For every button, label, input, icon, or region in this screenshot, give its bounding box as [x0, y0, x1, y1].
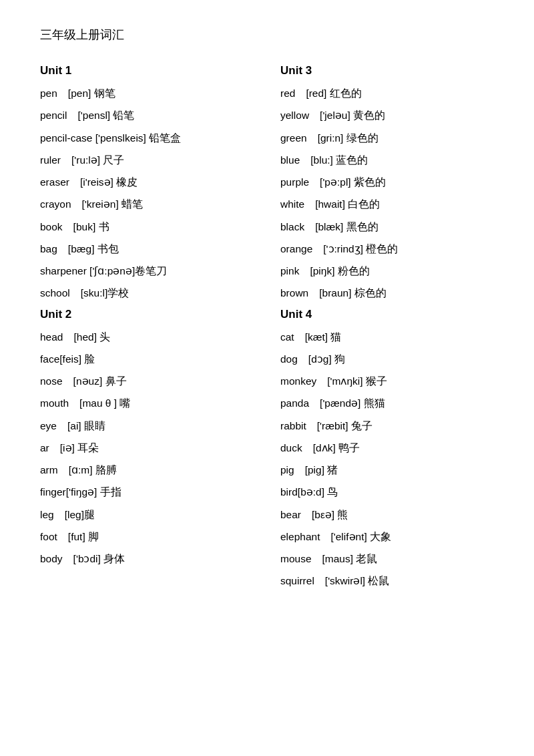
- vocab-item: face[feis] 脸: [40, 351, 254, 367]
- vocab-item: bird[bə:d] 鸟: [280, 484, 494, 500]
- vocab-item: white [hwait] 白色的: [280, 196, 494, 212]
- left-column: Unit 1pen [pen] 钢笔pencil ['pensl] 铅笔penc…: [40, 59, 254, 596]
- vocab-item: eye [ai] 眼睛: [40, 418, 254, 433]
- vocab-item: arm [ɑ:m] 胳膊: [40, 462, 254, 478]
- vocab-item: crayon ['kreiən] 蜡笔: [40, 196, 254, 212]
- vocab-item: yellow ['jeləu] 黄色的: [280, 108, 494, 123]
- vocab-item: black [blæk] 黑色的: [280, 219, 494, 234]
- unit-title: Unit 4: [280, 308, 494, 321]
- unit-title: Unit 1: [40, 64, 254, 77]
- vocab-item: book [buk] 书: [40, 219, 254, 234]
- vocab-item: squirrel ['skwirəl] 松鼠: [280, 573, 494, 588]
- vocab-item: elephant ['elifənt] 大象: [280, 529, 494, 544]
- vocab-item: head [hed] 头: [40, 329, 254, 345]
- vocab-item: ruler ['ru:lə] 尺子: [40, 152, 254, 168]
- vocab-item: bag [bæg] 书包: [40, 241, 254, 256]
- unit-title: Unit 2: [40, 308, 254, 321]
- vocab-item: panda ['pændə] 熊猫: [280, 395, 494, 411]
- vocab-item: school [sku:l]学校: [40, 285, 254, 301]
- vocab-item: rabbit ['ræbit] 兔子: [280, 418, 494, 433]
- unit-title: Unit 3: [280, 64, 494, 77]
- vocab-item: pink [piŋk] 粉色的: [280, 263, 494, 278]
- vocab-item: pencil-case ['penslkeis] 铅笔盒: [40, 130, 254, 146]
- content-grid: Unit 1pen [pen] 钢笔pencil ['pensl] 铅笔penc…: [40, 59, 494, 596]
- vocab-item: cat [kæt] 猫: [280, 329, 494, 345]
- vocab-item: brown [braun] 棕色的: [280, 285, 494, 301]
- vocab-item: leg [leg]腿: [40, 507, 254, 522]
- vocab-item: pencil ['pensl] 铅笔: [40, 108, 254, 123]
- vocab-item: pig [pig] 猪: [280, 462, 494, 478]
- vocab-item: purple ['pə:pl] 紫色的: [280, 174, 494, 190]
- vocab-item: red [red] 红色的: [280, 85, 494, 101]
- vocab-item: eraser [i'reisə] 橡皮: [40, 174, 254, 190]
- vocab-item: body ['bɔdi] 身体: [40, 551, 254, 566]
- vocab-item: monkey ['mʌŋki] 猴子: [280, 373, 494, 389]
- vocab-item: green [gri:n] 绿色的: [280, 130, 494, 146]
- vocab-item: finger['fiŋgə] 手指: [40, 484, 254, 500]
- vocab-item: orange ['ɔ:rindʒ] 橙色的: [280, 241, 494, 256]
- vocab-item: pen [pen] 钢笔: [40, 85, 254, 101]
- vocab-item: dog [dɔg] 狗: [280, 351, 494, 367]
- vocab-item: sharpener ['ʃɑ:pənə]卷笔刀: [40, 263, 254, 278]
- vocab-item: mouth [mau θ ] 嘴: [40, 395, 254, 411]
- vocab-item: mouse [maus] 老鼠: [280, 551, 494, 566]
- vocab-item: blue [blu:] 蓝色的: [280, 152, 494, 168]
- vocab-item: ar [iə] 耳朵: [40, 440, 254, 455]
- vocab-item: foot [fut] 脚: [40, 529, 254, 544]
- page-title: 三年级上册词汇: [40, 27, 494, 43]
- vocab-item: nose [nəuz] 鼻子: [40, 373, 254, 389]
- vocab-item: duck [dʌk] 鸭子: [280, 440, 494, 455]
- right-column: Unit 3red [red] 红色的yellow ['jeləu] 黄色的gr…: [280, 59, 494, 596]
- vocab-item: bear [bεə] 熊: [280, 507, 494, 522]
